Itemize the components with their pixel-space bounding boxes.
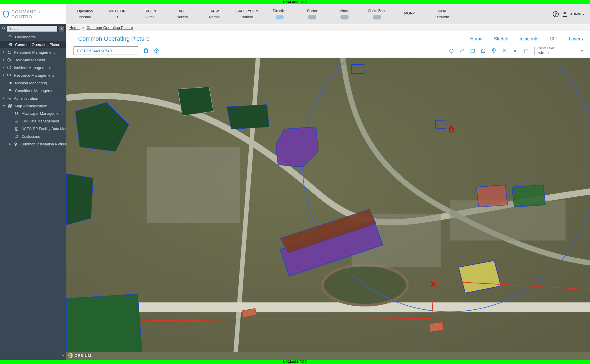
sidebar-item-label: Custodians [22, 135, 40, 139]
classification-banner-top: UNCLASSIFIED [0, 0, 590, 4]
draw-rectangle-icon[interactable] [469, 47, 476, 54]
sidebar-item-administration[interactable]: Administration [0, 94, 66, 102]
tab-cip[interactable]: CIP [550, 36, 558, 42]
tab-layers[interactable]: Layers [569, 36, 583, 42]
draw-delete-icon[interactable] [501, 47, 508, 54]
brand-logo[interactable]: COMMAND + CONTROL [0, 4, 66, 24]
draw-pin-icon[interactable] [491, 47, 497, 54]
stack-icon [7, 73, 12, 78]
status-infocon[interactable]: INFOCON1 [101, 4, 134, 24]
sketch-layer-value: admin [537, 50, 579, 55]
breadcrumb-home[interactable]: Home [69, 25, 80, 30]
clipboard-icon[interactable] [142, 47, 149, 54]
coordinate-input[interactable] [73, 46, 138, 55]
status-operation[interactable]: OperationNormal [69, 4, 101, 24]
svg-point-8 [9, 51, 10, 52]
sidebar-item-resource-management[interactable]: Resource Management [0, 71, 66, 79]
globe-icon [8, 42, 13, 47]
draw-polyline-icon[interactable] [459, 47, 465, 54]
search-icon [2, 26, 6, 31]
status-alarm[interactable]: Alarm [328, 4, 361, 24]
status-adw[interactable]: ADWNormal [199, 4, 231, 24]
sidebar-item-dashboards[interactable]: Dashboards [0, 33, 66, 41]
status-mopp[interactable]: MOPP [393, 4, 426, 24]
svg-rect-18 [16, 113, 18, 115]
status-directive[interactable]: Directive0 [263, 4, 296, 24]
search-input[interactable] [7, 25, 58, 32]
bell-icon [8, 88, 13, 93]
sidebar-item-common-operating-picture[interactable]: Common Operating Picture [0, 41, 66, 48]
svg-marker-61 [476, 185, 508, 207]
sidebar-item-common-installation-picture[interactable]: Common Installation Picture [0, 140, 66, 148]
sidebar-item-label: Conditions Management [15, 88, 57, 93]
tab-incidents[interactable]: Incidents [519, 36, 538, 42]
tab-sketch[interactable]: Sketch [494, 36, 508, 42]
draw-polygon-icon[interactable] [480, 47, 486, 54]
svg-point-29 [15, 143, 16, 144]
sidebar-item-custodians[interactable]: Custodians [0, 133, 66, 140]
svg-marker-54 [178, 87, 214, 116]
panel-header: Common Operating Picture HomeSketchIncid… [66, 31, 590, 45]
sidebar-item-label: CIP Data Management [22, 119, 59, 123]
sheet-icon [14, 127, 19, 131]
status-base[interactable]: BaseEllsworth [426, 4, 458, 24]
caret-icon [9, 143, 11, 145]
brand-text: COMMAND + CONTROL [12, 9, 63, 19]
status-label: ADE [179, 9, 186, 13]
status-safetycon[interactable]: SAFETYCONNormal [231, 4, 263, 24]
status-sector[interactable]: Sector [296, 4, 328, 24]
caret-icon [3, 105, 5, 107]
svg-rect-12 [9, 68, 9, 68]
user-name-dropdown[interactable]: ADMIN [570, 12, 585, 16]
tab-home[interactable]: Home [470, 36, 483, 42]
search-clear-button[interactable]: ✕ [59, 25, 65, 32]
red-x-marker[interactable]: X [430, 280, 435, 289]
status-chem-zone[interactable]: Chem Zone [361, 4, 393, 24]
status-label: Operation [77, 9, 93, 13]
svg-point-14 [9, 98, 10, 99]
svg-rect-67 [429, 322, 443, 332]
map-engine-badge: CESIUM [68, 353, 91, 358]
breadcrumb-current[interactable]: Common Operating Picture [86, 25, 133, 30]
status-value [373, 15, 381, 19]
sidebar-item-map-administration[interactable]: Map Administration [0, 102, 66, 110]
sidebar-item-aces-rp-facility-data-management[interactable]: ACES-RP Facility Data Management [0, 125, 66, 133]
status-ade[interactable]: ADENormal [166, 4, 199, 24]
breadcrumb: Home > Common Operating Picture [66, 24, 590, 31]
svg-line-4 [4, 29, 6, 30]
user-icon[interactable] [561, 11, 568, 17]
sidebar-item-conditions-management[interactable]: Conditions Management [0, 87, 66, 94]
sidebar-item-map-layer-management[interactable]: Map Layer Management [0, 110, 66, 117]
status-label: ADW [211, 9, 219, 13]
gear-icon [7, 96, 12, 101]
draw-circle-icon[interactable] [448, 47, 455, 54]
sidebar-item-incident-management[interactable]: Incident Management [0, 64, 66, 71]
exclaim-icon [7, 65, 12, 70]
status-fpcon[interactable]: FPCONAlpha [134, 4, 166, 24]
fire-marker-icon[interactable] [446, 124, 457, 136]
plane-icon [8, 81, 13, 85]
svg-point-2 [563, 12, 566, 14]
sidebar-collapse-button[interactable]: « [62, 353, 65, 358]
map-canvas[interactable] [66, 58, 590, 352]
map-viewport[interactable]: X CESIUM [66, 58, 590, 360]
sidebar-item-label: Common Installation Picture [20, 142, 66, 146]
draw-text-icon[interactable]: TT [522, 47, 529, 54]
locate-icon[interactable] [153, 47, 160, 54]
svg-text:?: ? [555, 12, 557, 16]
svg-rect-11 [9, 67, 9, 68]
shield-icon [3, 10, 9, 18]
svg-rect-49 [147, 147, 240, 223]
help-icon[interactable]: ? [553, 11, 559, 17]
sidebar-item-personnel-management[interactable]: Personnel Management [0, 48, 66, 56]
caret-icon [3, 74, 4, 76]
status-label: Base [438, 9, 446, 13]
svg-point-9 [8, 58, 11, 62]
draw-point-icon[interactable] [512, 47, 518, 54]
sidebar-item-cip-data-management[interactable]: CIP Data Management [0, 117, 66, 125]
sidebar-item-task-management[interactable]: Task Management [0, 56, 66, 64]
sidebar-item-mission-monitoring[interactable]: Mission Monitoring [0, 79, 66, 87]
sketch-layer-selector[interactable]: Sketch Layer admin [534, 47, 583, 55]
status-value: Normal [242, 15, 253, 19]
sketch-layer-label: Sketch Layer [537, 47, 579, 50]
